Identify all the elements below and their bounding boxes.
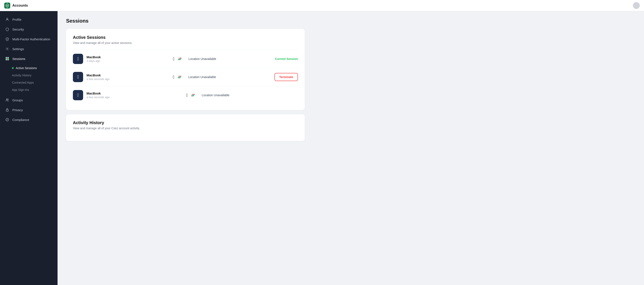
svg-point-1 bbox=[6, 18, 8, 20]
sidebar-label-profile: Profile bbox=[12, 18, 22, 21]
active-sessions-card: Active Sessions View and manage all of y… bbox=[66, 29, 305, 110]
subitem-activity-history-label: Activity History bbox=[12, 74, 32, 77]
subitem-app-sign-ins-label: App Sign-Ins bbox=[12, 88, 29, 92]
sidebar-label-compliance: Compliance bbox=[12, 118, 29, 122]
activity-history-subtitle: View and manage all of your Csez account… bbox=[73, 127, 298, 130]
session-location: Location Unavailable bbox=[202, 93, 298, 97]
device-icon-box:  bbox=[73, 90, 83, 100]
app-title: Accounts bbox=[12, 4, 28, 8]
svg-rect-5 bbox=[6, 59, 7, 60]
session-device-name: MacBook bbox=[86, 73, 169, 77]
sidebar-item-security[interactable]: Security bbox=[0, 24, 58, 34]
sidebar-item-compliance[interactable]: Compliance bbox=[0, 115, 58, 125]
main-content: Sessions Active Sessions View and manage… bbox=[58, 0, 644, 285]
active-dot-icon bbox=[12, 67, 14, 69]
users-icon bbox=[5, 98, 10, 102]
chrome-browser-icon bbox=[190, 93, 195, 98]
svg-point-10 bbox=[6, 118, 9, 121]
active-sessions-title: Active Sessions bbox=[73, 35, 298, 40]
shield-icon bbox=[5, 27, 10, 31]
session-device-name: MacBook bbox=[86, 55, 170, 59]
session-location: Location Unavailable bbox=[188, 57, 272, 61]
sidebar-subitem-activity-history[interactable]: Activity History bbox=[0, 72, 58, 79]
sessions-subnav: Active Sessions Activity History Connect… bbox=[0, 64, 58, 95]
svg-point-18 bbox=[178, 77, 180, 77]
topbar: Accounts bbox=[0, 0, 644, 11]
apple-device-icon:  bbox=[77, 56, 79, 62]
session-info: MacBook a few seconds ago bbox=[86, 92, 183, 99]
sidebar-label-settings: Settings bbox=[12, 47, 24, 51]
activity-history-title: Activity History bbox=[73, 120, 298, 125]
sidebar-subitem-active-sessions[interactable]: Active Sessions bbox=[0, 64, 58, 72]
session-info: MacBook 3 days ago bbox=[86, 55, 170, 63]
apple-device-icon:  bbox=[77, 74, 79, 80]
session-info: MacBook a few seconds ago bbox=[86, 73, 169, 81]
table-row:  MacBook a few seconds ago  bbox=[73, 86, 298, 104]
svg-rect-4 bbox=[8, 57, 9, 58]
current-session-label: Current Session bbox=[275, 57, 298, 61]
apple-os-icon:  bbox=[186, 93, 188, 98]
chrome-browser-icon bbox=[177, 56, 182, 62]
svg-rect-3 bbox=[6, 57, 7, 58]
sidebar-label-mfa: Multi-Factor Authentication bbox=[12, 37, 50, 41]
session-time: a few seconds ago bbox=[86, 96, 183, 99]
svg-point-7 bbox=[6, 99, 8, 100]
session-location: Location Unavailable bbox=[188, 75, 271, 79]
lock-icon bbox=[5, 108, 10, 112]
apple-os-icon:  bbox=[172, 75, 174, 80]
svg-point-14 bbox=[179, 59, 180, 59]
session-browser-icons:  bbox=[186, 93, 195, 98]
svg-point-2 bbox=[7, 49, 8, 50]
chrome-browser-icon bbox=[176, 75, 182, 80]
svg-rect-9 bbox=[6, 110, 8, 111]
subitem-active-sessions-label: Active Sessions bbox=[16, 66, 37, 70]
session-browser-icons:  bbox=[172, 75, 181, 80]
user-circle-icon bbox=[5, 17, 10, 22]
app-logo-icon bbox=[4, 3, 10, 9]
sidebar-item-privacy[interactable]: Privacy bbox=[0, 105, 58, 115]
page-title: Sessions bbox=[66, 18, 305, 24]
sidebar-label-sessions: Sessions bbox=[12, 57, 25, 61]
session-browser-icons:  bbox=[173, 56, 182, 62]
device-icon-box:  bbox=[73, 72, 83, 82]
topbar-left: Accounts bbox=[4, 3, 28, 9]
device-icon-box:  bbox=[73, 54, 83, 64]
active-sessions-subtitle: View and manage all of your active sessi… bbox=[73, 41, 298, 45]
table-row:  MacBook 3 days ago  bbox=[73, 50, 298, 68]
apple-os-icon:  bbox=[173, 57, 174, 62]
grid-icon bbox=[5, 57, 10, 61]
sidebar-subitem-connected-apps[interactable]: Connected Apps bbox=[0, 79, 58, 86]
svg-rect-6 bbox=[8, 59, 9, 60]
sidebar-label-privacy: Privacy bbox=[12, 108, 23, 112]
sidebar-item-sessions[interactable]: Sessions bbox=[0, 54, 58, 64]
gear-icon bbox=[5, 47, 10, 51]
sidebar-subitem-app-sign-ins[interactable]: App Sign-Ins bbox=[0, 86, 58, 93]
sidebar-item-groups[interactable]: Groups bbox=[0, 95, 58, 105]
badge-icon bbox=[5, 118, 10, 122]
sidebar: Profile Security Multi-Factor Authentica… bbox=[0, 0, 58, 285]
session-time: 3 days ago bbox=[86, 59, 170, 63]
terminate-button[interactable]: Terminate bbox=[274, 73, 298, 81]
sidebar-nav: Profile Security Multi-Factor Authentica… bbox=[0, 11, 58, 128]
session-time: a few seconds ago bbox=[86, 77, 169, 81]
table-row:  MacBook a few seconds ago  bbox=[73, 68, 298, 86]
sidebar-item-profile[interactable]: Profile bbox=[0, 15, 58, 24]
svg-point-22 bbox=[192, 95, 193, 96]
sidebar-label-security: Security bbox=[12, 28, 24, 31]
session-device-name: MacBook bbox=[86, 92, 183, 95]
sidebar-label-groups: Groups bbox=[12, 98, 23, 102]
activity-history-card: Activity History View and manage all of … bbox=[66, 114, 305, 141]
subitem-connected-apps-label: Connected Apps bbox=[12, 81, 34, 84]
svg-point-8 bbox=[8, 99, 8, 100]
sidebar-item-mfa[interactable]: Multi-Factor Authentication bbox=[0, 34, 58, 44]
content-area: Sessions Active Sessions View and manage… bbox=[58, 11, 313, 152]
apple-device-icon:  bbox=[77, 92, 79, 98]
user-avatar[interactable] bbox=[633, 2, 640, 9]
shield-check-icon bbox=[5, 37, 10, 41]
sidebar-item-settings[interactable]: Settings bbox=[0, 44, 58, 54]
